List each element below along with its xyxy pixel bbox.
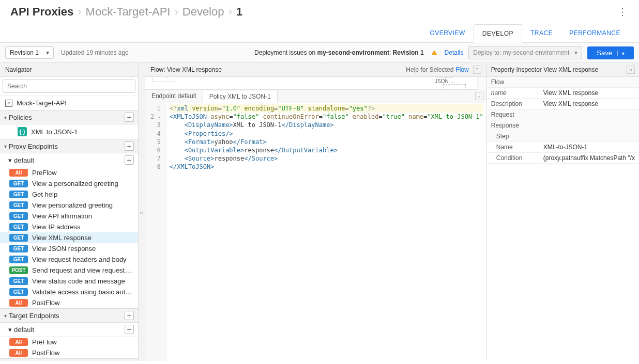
- caret-down-icon: ▾: [8, 156, 12, 164]
- flow-item[interactable]: GETView request headers and body: [0, 254, 138, 265]
- proxy-icon: ≡: [5, 100, 12, 107]
- canvas-scrollbar[interactable]: [477, 77, 486, 90]
- flow-label: PostFlow: [32, 349, 134, 357]
- mode-tabs: OVERVIEW DEVELOP TRACE PERFORMANCE: [0, 24, 639, 43]
- search-input[interactable]: [3, 80, 135, 93]
- prop-desc-value[interactable]: View XML response: [539, 99, 639, 109]
- method-badge: All: [9, 299, 28, 307]
- tab-policy[interactable]: Policy XML to JSON-1: [203, 90, 278, 103]
- proxy-endpoints-section[interactable]: ▾Proxy Endpoints +: [0, 139, 138, 153]
- add-response-step-button[interactable]: +Step: [153, 77, 175, 82]
- method-badge: GET: [9, 277, 28, 285]
- flow-item[interactable]: GETView a personalized greeting: [0, 178, 138, 189]
- code-tabs: Endpoint default Policy XML to JSON-1 ⌄: [145, 90, 486, 103]
- flow-label: View status code and message: [32, 277, 134, 285]
- method-badge: GET: [9, 191, 28, 198]
- method-badge: GET: [9, 212, 28, 220]
- method-badge: GET: [9, 245, 28, 252]
- code-editor[interactable]: 1 2 ▾ 3 4 5 6 7 8 <?xml version="1.0" en…: [145, 103, 486, 361]
- add-target-flow-button[interactable]: +: [125, 325, 134, 334]
- toolbar: Revision 1 Updated 19 minutes ago Deploy…: [0, 43, 639, 63]
- target-endpoint-default[interactable]: ▾default +: [0, 323, 138, 337]
- flow-item[interactable]: AllPostFlow: [0, 347, 138, 358]
- flow-label: Validate access using basic aut…: [32, 288, 134, 296]
- tab-performance[interactable]: PERFORMANCE: [561, 24, 629, 42]
- breadcrumb: API Proxies › Mock-Target-API › Develop …: [10, 5, 242, 19]
- breadcrumb-root[interactable]: API Proxies: [10, 5, 73, 19]
- tab-trace[interactable]: TRACE: [522, 24, 561, 42]
- method-badge: GET: [9, 201, 28, 209]
- prop-name-value[interactable]: View XML response: [539, 88, 639, 98]
- collapse-code-button[interactable]: ⌄: [475, 92, 483, 100]
- add-request-step-button[interactable]: +Step: [443, 84, 466, 90]
- flow-label: View XML response: [32, 234, 134, 242]
- help-flow-link[interactable]: Flow: [455, 66, 468, 73]
- tab-overview[interactable]: OVERVIEW: [421, 24, 473, 42]
- prop-step-name-value[interactable]: XML-to-JSON-1: [539, 142, 639, 152]
- flow-label: View a personalized greeting: [32, 180, 134, 187]
- proxy-root[interactable]: ≡ Mock-Target-API: [0, 96, 138, 110]
- flow-item[interactable]: AllPreFlow: [0, 337, 138, 347]
- flow-policy-card[interactable]: ↓{ } XML to JSON …: [434, 77, 457, 84]
- flow-item[interactable]: GETView XML response: [0, 232, 138, 243]
- flow-label: PreFlow: [32, 338, 134, 346]
- proxy-endpoint-default[interactable]: ▾default +: [0, 153, 138, 167]
- method-badge: All: [9, 169, 28, 177]
- method-badge: GET: [9, 223, 28, 231]
- resources-section[interactable]: ▾Resources +: [0, 358, 138, 361]
- prop-name-key: name: [487, 88, 539, 98]
- xml-to-json-icon: { }: [18, 127, 27, 136]
- breadcrumb-mode[interactable]: Develop: [182, 5, 224, 19]
- add-proxy-endpoint-button[interactable]: +: [125, 141, 134, 151]
- collapse-nav-button[interactable]: ‹‹: [139, 63, 145, 361]
- flow-item[interactable]: GETView API affirmation: [0, 211, 138, 221]
- caret-down-icon: ▾: [8, 326, 12, 334]
- policies-section[interactable]: ▾Policies +: [0, 110, 138, 124]
- method-badge: GET: [9, 256, 28, 263]
- flow-item[interactable]: GETGet help: [0, 189, 138, 200]
- tab-develop[interactable]: DEVELOP: [474, 24, 522, 43]
- prop-condition-value[interactable]: (proxy.pathsuffix MatchesPath "/x: [539, 153, 639, 163]
- navigator-panel: Navigator ≡ Mock-Target-API ▾Policies + …: [0, 63, 139, 361]
- flow-label: View request headers and body: [32, 256, 134, 263]
- caret-down-icon: ▾: [4, 144, 7, 149]
- chevron-right-icon: ›: [78, 5, 81, 19]
- method-badge: All: [9, 349, 28, 357]
- breadcrumb-revision: 1: [236, 5, 242, 19]
- flow-title: Flow: View XML response: [150, 66, 222, 73]
- revision-select[interactable]: Revision 1: [5, 46, 54, 59]
- details-link[interactable]: Details: [445, 49, 464, 56]
- flow-item[interactable]: GETView status code and message: [0, 276, 138, 287]
- flow-label: Get help: [32, 191, 134, 198]
- add-policy-button[interactable]: +: [125, 113, 134, 122]
- add-target-endpoint-button[interactable]: +: [125, 311, 134, 320]
- flow-item[interactable]: GETView IP address: [0, 221, 138, 232]
- method-badge: GET: [9, 234, 28, 242]
- chevron-right-icon: ›: [228, 5, 232, 19]
- deployment-issue-text: Deployment issues on my-second-environme…: [254, 49, 423, 56]
- policy-item[interactable]: { } XML to JSON-1: [0, 124, 138, 139]
- target-endpoints-section[interactable]: ▾Target Endpoints +: [0, 308, 138, 323]
- flow-label: Send request and view request…: [32, 266, 134, 274]
- add-flow-button[interactable]: +: [125, 155, 134, 165]
- flow-item[interactable]: AllPostFlow: [0, 297, 138, 308]
- help-text: Help for SelectedFlow: [406, 66, 468, 73]
- save-button[interactable]: Save: [587, 46, 634, 59]
- property-inspector: Property Inspector View XML response›› F…: [487, 63, 639, 361]
- chevron-right-icon: ›: [174, 5, 178, 19]
- caret-down-icon: ▾: [4, 313, 7, 319]
- tab-endpoint[interactable]: Endpoint default: [145, 90, 203, 103]
- flow-item[interactable]: GETView JSON response: [0, 243, 138, 254]
- collapse-canvas-button[interactable]: ⌃: [473, 66, 481, 74]
- flow-item[interactable]: AllPreFlow: [0, 167, 138, 178]
- expand-inspector-button[interactable]: ››: [627, 66, 635, 74]
- breadcrumb-item[interactable]: Mock-Target-API: [86, 5, 171, 19]
- deploy-to-select[interactable]: Deploy to: my-second-environment: [468, 46, 582, 59]
- flow-item[interactable]: GETView personalized greeting: [0, 200, 138, 211]
- method-badge: GET: [9, 180, 28, 187]
- flow-item[interactable]: GETValidate access using basic aut…: [0, 287, 138, 297]
- app-header: API Proxies › Mock-Target-API › Develop …: [0, 0, 639, 24]
- flow-label: View API affirmation: [32, 212, 134, 220]
- flow-item[interactable]: POSTSend request and view request…: [0, 265, 138, 276]
- more-menu-icon[interactable]: ⋮: [616, 6, 629, 18]
